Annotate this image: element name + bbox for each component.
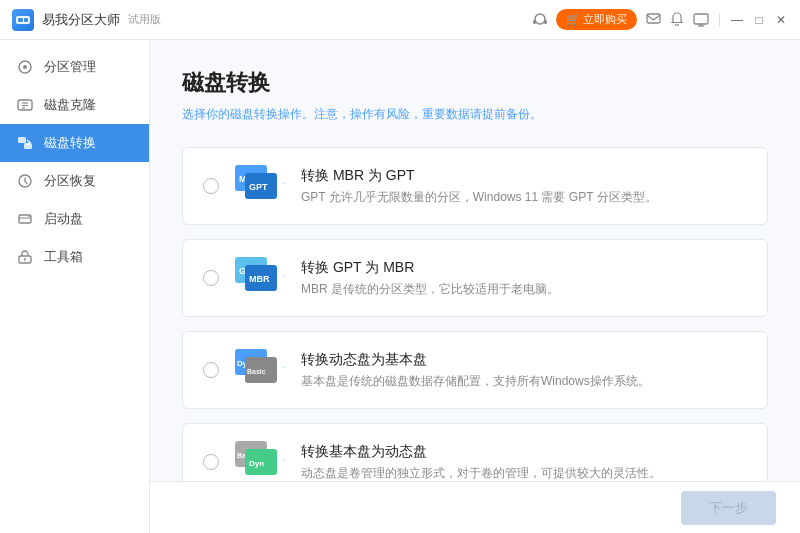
sidebar-label-toolbox: 工具箱 bbox=[44, 248, 83, 266]
sidebar-item-partition-recovery[interactable]: 分区恢复 bbox=[0, 162, 149, 200]
svg-point-11 bbox=[23, 65, 27, 69]
bell-icon[interactable] bbox=[669, 12, 685, 28]
boot-disk-icon bbox=[16, 210, 34, 228]
page-title: 磁盘转换 bbox=[182, 68, 768, 98]
main-layout: 分区管理 磁盘克隆 磁盘转换 bbox=[0, 40, 800, 533]
trial-badge: 试用版 bbox=[128, 12, 161, 27]
option-basic-to-dynamic[interactable]: Basic Dyn → 转换基本盘为动态盘 动态盘是卷管理的独立形式，对于卷的管… bbox=[182, 423, 768, 481]
option-dynamic-to-basic[interactable]: Dyn Basic → 转换动态盘为基本盘 基本盘是传统的磁盘数据存储配置，支持… bbox=[182, 331, 768, 409]
option-mbr-to-gpt-title: 转换 MBR 为 GPT bbox=[301, 167, 747, 185]
option-gpt-to-mbr-title: 转换 GPT 为 MBR bbox=[301, 259, 747, 277]
svg-text:→: → bbox=[281, 267, 285, 282]
svg-point-3 bbox=[535, 14, 545, 24]
content-area: 磁盘转换 选择你的磁盘转换操作。注意，操作有风险，重要数据请提前备份。 MBR … bbox=[150, 40, 800, 481]
radio-dynamic-to-basic[interactable] bbox=[203, 362, 219, 378]
buy-label: 立即购买 bbox=[583, 12, 627, 27]
disk-convert-icon bbox=[16, 134, 34, 152]
sidebar-item-disk-convert[interactable]: 磁盘转换 bbox=[0, 124, 149, 162]
toolbox-icon bbox=[16, 248, 34, 266]
sidebar-item-partition-manage[interactable]: 分区管理 bbox=[0, 48, 149, 86]
app-title: 易我分区大师 bbox=[42, 11, 120, 29]
svg-rect-16 bbox=[18, 137, 26, 143]
divider bbox=[719, 13, 720, 27]
option-dynamic-to-basic-title: 转换动态盘为基本盘 bbox=[301, 351, 747, 369]
partition-recovery-icon bbox=[16, 172, 34, 190]
option-mbr-to-gpt-text: 转换 MBR 为 GPT GPT 允许几乎无限数量的分区，Windows 11 … bbox=[301, 167, 747, 206]
svg-point-21 bbox=[28, 216, 30, 218]
option-mbr-to-gpt-desc: GPT 允许几乎无限数量的分区，Windows 11 需要 GPT 分区类型。 bbox=[301, 189, 747, 206]
sidebar-item-disk-clone[interactable]: 磁盘克隆 bbox=[0, 86, 149, 124]
maximize-button[interactable]: □ bbox=[752, 13, 766, 27]
option-basic-to-dynamic-desc: 动态盘是卷管理的独立形式，对于卷的管理，可提供较大的灵活性。 bbox=[301, 465, 747, 482]
titlebar-left: 易我分区大师 试用版 bbox=[12, 9, 161, 31]
disk-clone-icon bbox=[16, 96, 34, 114]
minimize-button[interactable]: — bbox=[730, 13, 744, 27]
svg-rect-2 bbox=[24, 18, 28, 22]
svg-text:→: → bbox=[281, 175, 285, 190]
svg-text:MBR: MBR bbox=[249, 274, 270, 284]
cart-icon: 🛒 bbox=[566, 13, 580, 26]
titlebar-right: 🛒 立即购买 — □ ✕ bbox=[532, 9, 788, 30]
svg-rect-7 bbox=[694, 14, 708, 24]
sidebar-label-disk-convert: 磁盘转换 bbox=[44, 134, 96, 152]
sidebar-item-boot-disk[interactable]: 启动盘 bbox=[0, 200, 149, 238]
option-basic-to-dynamic-title: 转换基本盘为动态盘 bbox=[301, 443, 747, 461]
icon-gpt-to-mbr: GPT MBR → bbox=[235, 256, 285, 300]
svg-rect-5 bbox=[544, 20, 547, 24]
icon-basic-to-dynamic: Basic Dyn → bbox=[235, 440, 285, 481]
svg-rect-1 bbox=[18, 18, 23, 22]
option-gpt-to-mbr-desc: MBR 是传统的分区类型，它比较适用于老电脑。 bbox=[301, 281, 747, 298]
svg-text:→: → bbox=[281, 451, 285, 466]
option-basic-to-dynamic-text: 转换基本盘为动态盘 动态盘是卷管理的独立形式，对于卷的管理，可提供较大的灵活性。 bbox=[301, 443, 747, 482]
option-mbr-to-gpt[interactable]: MBR GPT → 转换 MBR 为 GPT GPT 允许几乎无限数量的分区，W… bbox=[182, 147, 768, 225]
sidebar-label-boot-disk: 启动盘 bbox=[44, 210, 83, 228]
sidebar-label-partition-manage: 分区管理 bbox=[44, 58, 96, 76]
screen-icon[interactable] bbox=[693, 12, 709, 28]
svg-text:Dyn: Dyn bbox=[249, 459, 264, 468]
titlebar: 易我分区大师 试用版 🛒 立即购买 bbox=[0, 0, 800, 40]
next-button[interactable]: 下一步 bbox=[681, 491, 776, 525]
partition-manage-icon bbox=[16, 58, 34, 76]
option-dynamic-to-basic-text: 转换动态盘为基本盘 基本盘是传统的磁盘数据存储配置，支持所有Windows操作系… bbox=[301, 351, 747, 390]
option-dynamic-to-basic-desc: 基本盘是传统的磁盘数据存储配置，支持所有Windows操作系统。 bbox=[301, 373, 747, 390]
app-icon bbox=[12, 9, 34, 31]
radio-gpt-to-mbr[interactable] bbox=[203, 270, 219, 286]
close-button[interactable]: ✕ bbox=[774, 13, 788, 27]
option-gpt-to-mbr[interactable]: GPT MBR → 转换 GPT 为 MBR MBR 是传统的分区类型，它比较适… bbox=[182, 239, 768, 317]
sidebar-label-disk-clone: 磁盘克隆 bbox=[44, 96, 96, 114]
sidebar: 分区管理 磁盘克隆 磁盘转换 bbox=[0, 40, 150, 533]
svg-rect-6 bbox=[647, 14, 660, 23]
svg-rect-4 bbox=[533, 20, 536, 24]
bottom-bar: 下一步 bbox=[150, 481, 800, 533]
headset-icon[interactable] bbox=[532, 12, 548, 28]
sidebar-label-partition-recovery: 分区恢复 bbox=[44, 172, 96, 190]
svg-text:Basic: Basic bbox=[247, 368, 266, 375]
radio-mbr-to-gpt[interactable] bbox=[203, 178, 219, 194]
icon-dynamic-to-basic: Dyn Basic → bbox=[235, 348, 285, 392]
page-subtitle: 选择你的磁盘转换操作。注意，操作有风险，重要数据请提前备份。 bbox=[182, 106, 768, 123]
buy-button[interactable]: 🛒 立即购买 bbox=[556, 9, 637, 30]
radio-basic-to-dynamic[interactable] bbox=[203, 454, 219, 470]
feedback-icon[interactable] bbox=[645, 12, 661, 28]
option-gpt-to-mbr-text: 转换 GPT 为 MBR MBR 是传统的分区类型，它比较适用于老电脑。 bbox=[301, 259, 747, 298]
svg-text:GPT: GPT bbox=[249, 182, 268, 192]
icon-mbr-to-gpt: MBR GPT → bbox=[235, 164, 285, 208]
sidebar-item-toolbox[interactable]: 工具箱 bbox=[0, 238, 149, 276]
svg-text:→: → bbox=[281, 359, 285, 374]
